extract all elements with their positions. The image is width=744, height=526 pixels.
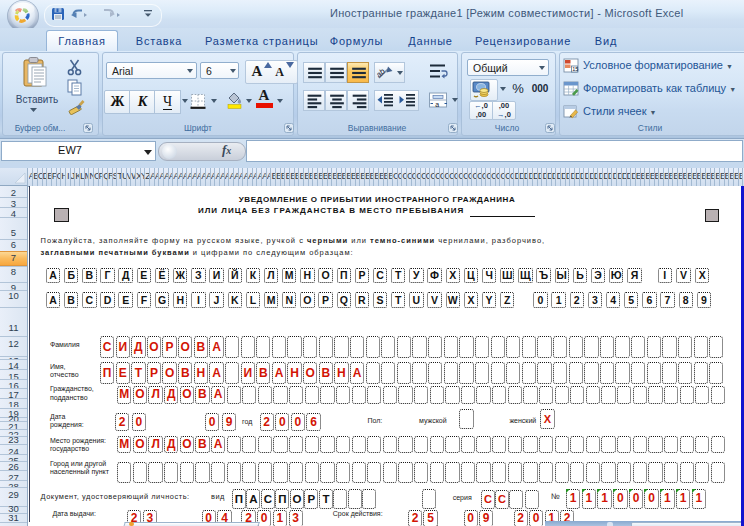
svg-text:ab: ab xyxy=(377,67,387,80)
svg-text:15: 15 xyxy=(572,66,578,72)
svg-text:a: a xyxy=(435,101,439,108)
